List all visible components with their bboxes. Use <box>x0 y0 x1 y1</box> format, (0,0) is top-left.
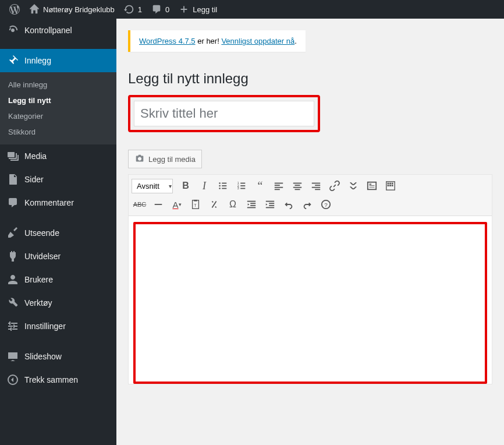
plus-icon <box>179 4 189 15</box>
menu-plugins-label: Utvidelser <box>24 252 61 261</box>
align-right-button[interactable] <box>307 177 325 195</box>
update-notice: WordPress 4.7.5 er her! Vennligst oppdat… <box>128 30 306 52</box>
new-content[interactable]: Legg til <box>174 0 222 19</box>
updates[interactable]: 1 <box>119 0 147 19</box>
site-name: Nøtterøy Bridgeklubb <box>43 5 115 14</box>
submenu-all-posts[interactable]: Alle innlegg <box>0 77 116 93</box>
link-button[interactable] <box>326 177 343 195</box>
update-now-link[interactable]: Vennligst oppdater nå <box>221 37 294 45</box>
textcolor-button[interactable]: A▾ <box>168 196 186 213</box>
svg-rect-45 <box>269 203 274 204</box>
menu-users[interactable]: Brukere <box>0 268 116 291</box>
pastetext-button[interactable]: T <box>187 196 204 213</box>
strikethrough-button[interactable]: ABC <box>131 196 148 213</box>
submenu-categories[interactable]: Kategorier <box>0 108 116 124</box>
svg-rect-19 <box>293 187 301 188</box>
svg-rect-23 <box>312 187 320 188</box>
post-title-input[interactable] <box>134 101 314 126</box>
svg-rect-41 <box>250 203 255 204</box>
svg-point-1 <box>219 182 221 184</box>
menu-users-label: Brukere <box>24 275 53 284</box>
admin-sidebar: Kontrollpanel Innlegg Alle innlegg Legg … <box>0 19 116 445</box>
menu-slideshow[interactable]: Slideshow <box>0 345 116 368</box>
svg-rect-15 <box>275 187 283 188</box>
specialchar-button[interactable]: Ω <box>224 196 242 213</box>
redo-button[interactable] <box>299 196 316 213</box>
svg-text:3: 3 <box>237 186 239 190</box>
indent-button[interactable] <box>261 196 279 213</box>
menu-appearance-label: Utseende <box>24 228 59 238</box>
svg-rect-18 <box>295 185 300 186</box>
menu-plugins[interactable]: Utvidelser <box>0 245 116 268</box>
svg-rect-10 <box>240 185 245 186</box>
menu-collapse-label: Trekk sammen <box>24 375 78 384</box>
menu-appearance[interactable]: Utseende <box>0 221 116 245</box>
menu-slideshow-label: Slideshow <box>24 352 62 361</box>
svg-rect-36 <box>155 204 162 205</box>
quote-button[interactable]: “ <box>251 177 269 195</box>
hr-button[interactable] <box>150 196 167 213</box>
toolbar-toggle-button[interactable] <box>382 177 399 195</box>
svg-rect-26 <box>370 183 372 185</box>
svg-rect-43 <box>247 207 255 209</box>
menu-media[interactable]: Media <box>0 144 116 168</box>
help-button[interactable]: ? <box>317 196 335 213</box>
menu-posts[interactable]: Innlegg <box>0 49 116 72</box>
bullet-list-button[interactable] <box>214 177 232 195</box>
svg-rect-13 <box>275 183 283 184</box>
outdent-button[interactable] <box>243 196 260 213</box>
bold-button[interactable]: B <box>177 177 194 195</box>
svg-rect-47 <box>266 207 274 209</box>
menu-tools[interactable]: Verktøy <box>0 291 116 315</box>
comments[interactable]: 0 <box>147 0 174 19</box>
menu-settings[interactable]: Innstillinger <box>0 315 116 338</box>
wordpress-icon <box>9 4 20 15</box>
svg-rect-24 <box>315 189 320 190</box>
format-select[interactable]: Avsnitt <box>132 179 173 193</box>
page-icon <box>7 174 19 185</box>
add-media-label: Legg til media <box>148 155 196 164</box>
svg-rect-44 <box>266 201 274 202</box>
submenu-add-post[interactable]: Legg til nytt <box>0 93 116 108</box>
svg-rect-8 <box>240 183 245 184</box>
number-list-button[interactable]: 123 <box>233 177 250 195</box>
menu-settings-label: Innstillinger <box>24 322 66 331</box>
clearformat-button[interactable] <box>205 196 223 213</box>
fullscreen-button[interactable] <box>363 177 381 195</box>
readmore-button[interactable] <box>345 177 362 195</box>
svg-text:T: T <box>194 203 197 208</box>
align-center-button[interactable] <box>289 177 306 195</box>
menu-pages[interactable]: Sider <box>0 168 116 191</box>
svg-rect-2 <box>222 183 226 184</box>
menu-pages-label: Sider <box>24 175 44 184</box>
wrench-icon <box>7 297 19 309</box>
add-media-button[interactable]: Legg til media <box>128 150 202 168</box>
editor-content-area[interactable] <box>133 222 487 384</box>
menu-comments[interactable]: Kommentarer <box>0 191 116 214</box>
menu-collapse[interactable]: Trekk sammen <box>0 368 116 391</box>
svg-rect-27 <box>370 185 375 186</box>
svg-rect-40 <box>247 201 255 202</box>
align-left-button[interactable] <box>270 177 288 195</box>
wp-version-link[interactable]: WordPress 4.7.5 <box>139 37 196 45</box>
svg-rect-6 <box>222 188 226 189</box>
update-icon <box>124 4 134 15</box>
notice-text: er her! <box>196 37 222 45</box>
camera-icon <box>134 154 145 164</box>
submenu-tags[interactable]: Stikkord <box>0 124 116 140</box>
media-icon <box>7 150 19 162</box>
editor: Avsnitt B I 123 “ ABC A▾ T Ω <box>128 174 492 384</box>
pin-icon <box>7 55 19 66</box>
site-home[interactable]: Nøtterøy Bridgeklubb <box>24 0 119 19</box>
menu-dashboard-label: Kontrollpanel <box>24 26 72 35</box>
menu-dashboard[interactable]: Kontrollpanel <box>0 19 116 42</box>
svg-rect-42 <box>250 205 255 206</box>
wp-logo[interactable] <box>5 0 24 19</box>
svg-text:?: ? <box>324 202 328 208</box>
updates-count: 1 <box>138 5 142 14</box>
svg-rect-34 <box>389 185 391 186</box>
menu-posts-label: Innlegg <box>24 56 51 65</box>
italic-button[interactable]: I <box>196 177 213 195</box>
svg-point-3 <box>219 185 221 187</box>
undo-button[interactable] <box>280 196 297 213</box>
